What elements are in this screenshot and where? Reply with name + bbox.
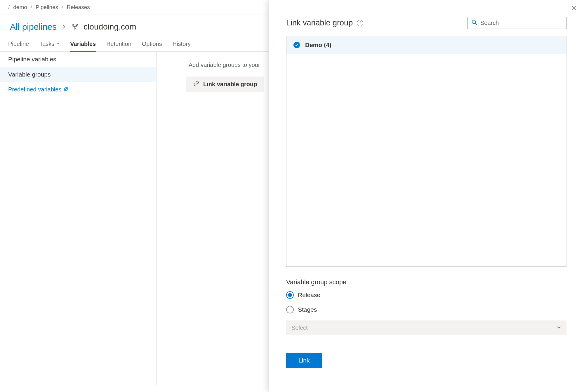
breadcrumb-separator: / [62, 4, 63, 11]
breadcrumb-separator: / [8, 4, 10, 11]
chevron-right-icon [62, 24, 66, 30]
radio-stages-label: Stages [298, 306, 317, 313]
checkmark-icon [293, 42, 300, 48]
radio-release[interactable]: Release [286, 291, 566, 299]
tab-retention[interactable]: Retention [106, 37, 131, 51]
radio-icon [286, 306, 294, 313]
scope-section: Variable group scope Release Stages Sele… [269, 267, 584, 335]
sidebar-link-predefined-variables[interactable]: Predefined variables [0, 82, 156, 97]
scope-title: Variable group scope [286, 278, 566, 286]
breadcrumb-item-pipelines[interactable]: Pipelines [36, 4, 58, 11]
sidebar-item-pipeline-variables[interactable]: Pipeline variables [0, 52, 156, 67]
tab-pipeline[interactable]: Pipeline [8, 37, 29, 51]
radio-stages[interactable]: Stages [286, 306, 566, 313]
variables-sidebar: Pipeline variables Variable groups Prede… [0, 52, 157, 385]
radio-icon [286, 291, 294, 299]
tab-history[interactable]: History [173, 37, 191, 51]
breadcrumb-item-releases[interactable]: Releases [67, 4, 90, 11]
breadcrumb-item-demo[interactable]: demo [13, 4, 27, 11]
sidebar-item-variable-groups[interactable]: Variable groups [0, 67, 156, 82]
tab-variables[interactable]: Variables [70, 37, 96, 52]
link-variable-group-button[interactable]: Link variable group [186, 77, 264, 92]
close-button[interactable] [571, 5, 577, 13]
search-input[interactable] [480, 20, 562, 26]
select-placeholder: Select [291, 325, 308, 331]
search-icon [472, 20, 477, 26]
close-icon [571, 5, 577, 11]
tab-tasks[interactable]: Tasks [39, 37, 60, 51]
chevron-down-icon [56, 42, 60, 46]
variable-group-list: Demo (4) [286, 36, 566, 267]
svg-rect-0 [72, 24, 74, 25]
link-variable-group-label: Link variable group [203, 81, 257, 88]
link-icon [193, 81, 199, 88]
external-link-icon [64, 86, 68, 93]
list-item-label: Demo (4) [305, 41, 331, 48]
tab-tasks-label: Tasks [39, 41, 54, 47]
info-icon[interactable]: i [357, 20, 363, 26]
tab-options[interactable]: Options [142, 37, 162, 51]
search-box[interactable] [467, 17, 566, 29]
stages-select[interactable]: Select [286, 320, 566, 335]
link-button[interactable]: Link [286, 353, 322, 368]
panel-title: Link variable group [286, 18, 353, 27]
pipeline-name: cloudoing.com [84, 22, 136, 32]
breadcrumb-separator: / [31, 4, 32, 11]
panel-footer: Link [269, 335, 584, 380]
link-variable-group-panel: Link variable group i Demo (4) Variable … [269, 0, 584, 392]
radio-release-label: Release [298, 292, 320, 299]
svg-point-2 [472, 20, 476, 24]
pipeline-icon [71, 23, 78, 30]
predefined-variables-label: Predefined variables [8, 86, 61, 93]
chevron-down-icon [557, 325, 561, 331]
svg-rect-1 [76, 24, 78, 25]
all-pipelines-link[interactable]: All pipelines [10, 22, 57, 32]
panel-header: Link variable group i [269, 0, 584, 36]
list-item-demo[interactable]: Demo (4) [286, 36, 566, 54]
